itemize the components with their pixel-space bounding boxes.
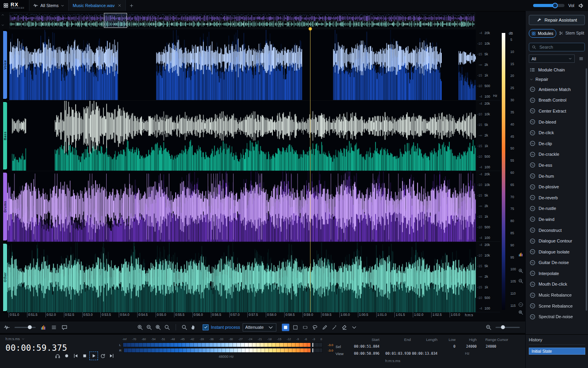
- brush-tool[interactable]: [321, 324, 328, 331]
- blend-slider-knob[interactable]: [28, 325, 32, 329]
- sel-start-value[interactable]: 00:00:51.884: [348, 344, 379, 349]
- fit-vertical-icon[interactable]: [518, 302, 523, 307]
- spectrogram-settings-icon[interactable]: [40, 324, 46, 330]
- module-item[interactable]: Breath Control: [529, 95, 585, 106]
- module-item[interactable]: De-hum: [529, 171, 585, 182]
- module-item[interactable]: De-clip: [529, 138, 585, 149]
- zoom-reset-icon[interactable]: [164, 324, 170, 330]
- magic-wand-tool[interactable]: [331, 324, 338, 331]
- vertical-zoom-selection-icon[interactable]: [518, 310, 523, 315]
- module-item[interactable]: Deconstruct: [529, 225, 585, 236]
- time-format-dropdown[interactable]: h:m:s.ms: [5, 337, 55, 341]
- process-mode-select[interactable]: Attenuate: [243, 323, 276, 332]
- module-item[interactable]: De-crackle: [529, 149, 585, 160]
- module-item[interactable]: Ambience Match: [529, 84, 585, 95]
- module-item[interactable]: Center Extract: [529, 106, 585, 117]
- magnify-tool-icon[interactable]: [181, 324, 187, 330]
- expand-up-icon[interactable]: [1, 13, 5, 16]
- tool-options-dropdown[interactable]: [350, 324, 358, 331]
- frequency-ruler[interactable]: -420k-1010k-155k-∞2k-151k-10500-4100 -42…: [476, 30, 500, 312]
- module-item[interactable]: Interpolate: [529, 268, 585, 279]
- module-item[interactable]: De-reverb: [529, 192, 585, 203]
- vertical-zoom-out-icon[interactable]: [518, 279, 523, 284]
- module-item[interactable]: De-bleed: [529, 117, 585, 128]
- overview-view-range[interactable]: [104, 13, 127, 28]
- zoom-selection-icon[interactable]: [155, 324, 161, 330]
- volume-slider[interactable]: [533, 4, 564, 7]
- module-item[interactable]: De-wind: [529, 214, 585, 225]
- drums-spectrogram[interactable]: [7, 171, 479, 242]
- file-tab[interactable]: Music Rebalance.wav: [69, 0, 126, 11]
- module-list-menu-button[interactable]: [577, 55, 585, 62]
- stem-tab-voice[interactable]: Voice: [3, 31, 7, 99]
- vertical-zoom-in-icon[interactable]: [518, 268, 523, 273]
- h-zoom-slider[interactable]: [495, 327, 520, 328]
- time-select-tool[interactable]: [292, 324, 299, 331]
- module-item[interactable]: Guitar De-noise: [529, 257, 585, 268]
- range-value[interactable]: 24000: [477, 344, 496, 348]
- module-item[interactable]: Music Rebalance: [529, 290, 585, 301]
- other-spectrogram[interactable]: [7, 242, 479, 313]
- search-input[interactable]: [539, 44, 582, 50]
- stems-dropdown[interactable]: All Stems: [29, 0, 69, 11]
- instant-process-label[interactable]: Instant process: [211, 325, 240, 330]
- repair-assistant-button[interactable]: Repair Assistant: [529, 15, 585, 25]
- tab-modules[interactable]: Modules: [529, 29, 556, 38]
- speaker-icon[interactable]: [578, 3, 584, 9]
- go-to-start-button[interactable]: [73, 353, 78, 359]
- playhead[interactable]: [310, 30, 310, 312]
- lasso-tool[interactable]: [311, 324, 319, 331]
- stem-tab-bass[interactable]: Bass: [3, 102, 7, 170]
- close-tab-icon[interactable]: [118, 4, 122, 7]
- meters-panel-toggle-icon[interactable]: [4, 324, 10, 330]
- frequency-select-tool[interactable]: [301, 324, 309, 331]
- spectrogram-settings-icon[interactable]: [518, 252, 523, 257]
- voice-spectrogram[interactable]: [7, 30, 479, 100]
- new-tab-button[interactable]: [126, 0, 137, 11]
- layout-list-icon[interactable]: [51, 324, 57, 330]
- high-value[interactable]: 24000: [456, 344, 477, 348]
- eraser-tool[interactable]: [341, 324, 348, 331]
- volume-knob[interactable]: [552, 3, 558, 8]
- history-item-selected[interactable]: Initial State: [529, 348, 585, 355]
- module-item[interactable]: De-ess: [529, 160, 585, 171]
- loop-button[interactable]: [100, 353, 105, 359]
- record-button[interactable]: [64, 353, 69, 359]
- category-filter-select[interactable]: All: [529, 55, 575, 63]
- module-item[interactable]: Mouth De-click: [529, 279, 585, 290]
- stem-tab-drums[interactable]: Drums: [3, 173, 7, 240]
- module-item[interactable]: Spectral De-noise: [529, 311, 585, 322]
- module-chain-item[interactable]: Module Chain: [529, 65, 585, 75]
- module-item[interactable]: De-plosive: [529, 181, 585, 192]
- overview-canvas[interactable]: [10, 13, 475, 28]
- sel-length-value[interactable]: [411, 344, 437, 349]
- bass-spectrogram[interactable]: [7, 101, 479, 171]
- sel-end-value[interactable]: [379, 344, 411, 349]
- time-ruler[interactable]: 0:51.00:51.50:52.00:52.50:53.00:53.50:54…: [9, 312, 460, 317]
- repair-section-header[interactable]: Repair: [529, 75, 585, 84]
- tab-stem-split[interactable]: Stem Split: [559, 29, 585, 37]
- hand-tool-icon[interactable]: [191, 324, 196, 330]
- stem-tab-other[interactable]: Other: [3, 244, 7, 312]
- spectrogram-waveform-blend-slider[interactable]: [15, 327, 36, 328]
- module-item[interactable]: De-rustle: [529, 203, 585, 214]
- spectrogram-colorbar[interactable]: [502, 33, 505, 310]
- overview-expand-controls[interactable]: [1, 13, 9, 27]
- module-search[interactable]: [529, 43, 585, 51]
- monitor-headphones-button[interactable]: [55, 353, 60, 359]
- time-frequency-select-tool[interactable]: [282, 324, 289, 331]
- module-item[interactable]: Scene Rebalance: [529, 301, 585, 312]
- module-item[interactable]: Dialogue Isolate: [529, 246, 585, 257]
- h-zoom-knob[interactable]: [501, 325, 505, 329]
- sidebar-scrollbar[interactable]: [586, 68, 587, 311]
- h-zoom-out-icon[interactable]: [486, 324, 492, 330]
- zoom-out-icon[interactable]: [146, 324, 152, 330]
- module-item[interactable]: De-click: [529, 127, 585, 138]
- go-to-end-button[interactable]: [109, 353, 114, 359]
- module-item[interactable]: Dialogue Contour: [529, 235, 585, 246]
- zoom-in-icon[interactable]: [137, 324, 143, 330]
- instant-process-checkbox[interactable]: [203, 324, 209, 330]
- overview-waveform[interactable]: [9, 13, 475, 28]
- play-button[interactable]: [91, 353, 96, 359]
- stop-button[interactable]: [82, 353, 87, 359]
